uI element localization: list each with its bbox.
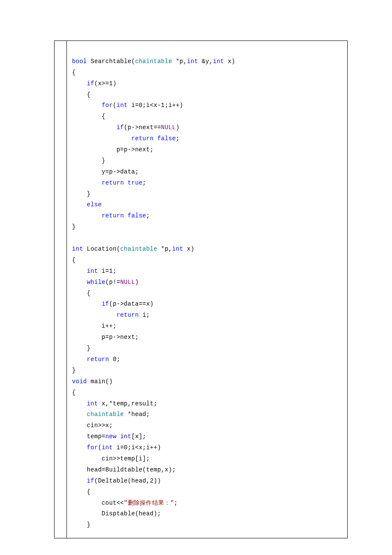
code-token: if <box>102 301 109 307</box>
code-token <box>124 179 128 186</box>
code-token <box>153 135 157 142</box>
code-token: ; <box>174 500 178 506</box>
code-token: true <box>128 179 143 186</box>
code-token: i; <box>139 312 150 318</box>
code-token: return <box>131 135 153 142</box>
code-token: ; <box>146 212 150 219</box>
code-token: ) <box>135 279 139 286</box>
code-token: (p->next== <box>124 124 161 131</box>
code-token: { <box>72 69 76 76</box>
code-token <box>72 400 87 407</box>
code-token <box>72 212 102 219</box>
code-token: } <box>72 223 76 230</box>
code-token: int <box>187 58 198 65</box>
code-token: cin>>temp[i]; <box>72 455 150 462</box>
code-token <box>72 201 87 208</box>
code-token: return <box>102 212 124 219</box>
code-token: { <box>72 389 76 396</box>
code-token: x,*temp,result; <box>98 400 157 407</box>
code-token: return <box>116 312 138 318</box>
code-token: if <box>87 80 94 87</box>
code-token: chaintable <box>120 246 157 252</box>
code-token <box>72 356 87 363</box>
code-token: chaintable <box>87 411 124 418</box>
code-token: if <box>87 477 94 484</box>
code-token: 0; <box>109 356 120 363</box>
code-token: i=0;i<x-1;i++) <box>128 102 184 109</box>
code-token: return <box>87 356 109 363</box>
code-token: ( <box>98 444 102 451</box>
code-token: cin>>x; <box>72 422 113 429</box>
code-token: int <box>116 102 127 109</box>
code-token: main() <box>87 378 113 385</box>
code-token <box>72 279 87 286</box>
code-token: &y, <box>198 58 213 65</box>
code-token: { <box>72 489 91 495</box>
code-token: (Deltable(head,2)) <box>94 477 161 484</box>
code-token: cout<< <box>72 500 124 506</box>
code-token: *head; <box>124 411 150 418</box>
code-token: int <box>120 433 131 440</box>
code-token: false <box>157 135 176 142</box>
code-token: } <box>72 521 91 528</box>
code-token: { <box>72 290 91 297</box>
code-token: for <box>102 102 113 109</box>
code-token: for <box>87 444 98 451</box>
code-token: Searchtable( <box>87 58 135 65</box>
code-token: [x]; <box>131 433 146 440</box>
code-token: int <box>213 58 224 65</box>
code-token: int <box>102 444 113 451</box>
code-frame: bool Searchtable(chaintable *p,int &y,in… <box>54 40 348 538</box>
document-page: bool Searchtable(chaintable *p,int &y,in… <box>0 0 392 555</box>
code-token: p=p->next; <box>72 146 153 153</box>
code-token: int <box>72 246 83 252</box>
code-token <box>72 301 102 307</box>
code-token: if <box>116 124 124 131</box>
code-token: } <box>72 157 105 164</box>
code-token: } <box>72 345 91 352</box>
code-token: void <box>72 378 87 385</box>
code-token: x) <box>183 246 194 252</box>
code-token: { <box>72 91 91 98</box>
code-token: while <box>87 279 106 286</box>
code-token <box>72 268 87 275</box>
code-token: (x>=1) <box>94 80 116 87</box>
code-token: NULL <box>120 279 135 286</box>
code-token: i++; <box>72 323 116 330</box>
code-token: Location( <box>83 246 120 252</box>
code-block: bool Searchtable(chaintable *p,int &y,in… <box>67 41 347 538</box>
code-token <box>72 80 87 87</box>
line-gutter <box>55 41 67 538</box>
code-token: } <box>72 367 76 374</box>
code-token <box>116 433 120 440</box>
code-token: NULL <box>161 124 176 131</box>
code-token: int <box>87 268 98 275</box>
code-token <box>72 312 116 318</box>
code-token: { <box>72 257 76 263</box>
code-token: bool <box>72 58 87 65</box>
code-token: int <box>172 246 183 252</box>
code-token <box>72 411 87 418</box>
code-token: x) <box>224 58 235 65</box>
code-token: i=0;i<x;i++) <box>113 444 161 451</box>
code-token: ; <box>142 179 146 186</box>
code-token: new <box>105 433 116 440</box>
code-token: return <box>102 179 124 186</box>
code-token <box>72 135 131 142</box>
code-token <box>72 179 102 186</box>
code-token: "删除操作结果：" <box>124 500 174 506</box>
code-token: *p, <box>157 246 172 252</box>
code-token: ; <box>176 135 180 142</box>
code-token: i=1; <box>98 268 117 275</box>
code-token: else <box>87 201 102 208</box>
code-token: false <box>128 212 147 219</box>
code-token <box>124 212 128 219</box>
code-token: ) <box>176 124 180 131</box>
code-token: { <box>72 113 105 120</box>
code-token: p=p->next; <box>72 334 139 341</box>
code-token <box>72 102 102 109</box>
code-token: y=p->data; <box>72 168 139 175</box>
code-token: *p, <box>172 58 187 65</box>
code-token: int <box>87 400 98 407</box>
code-token: Disptable(head); <box>72 510 161 517</box>
